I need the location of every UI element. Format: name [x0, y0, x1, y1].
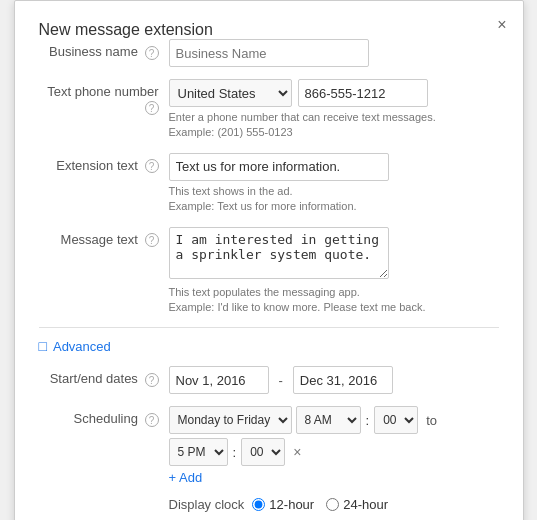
sched-to: to	[426, 413, 437, 428]
end-min-select[interactable]: 00 15 30 45	[241, 438, 285, 466]
phone-number-input[interactable]	[298, 79, 428, 107]
display-clock-label: Display clock	[169, 497, 245, 512]
advanced-toggle-icon: □	[39, 338, 47, 354]
business-name-label: Business name ?	[39, 39, 169, 60]
clock-12h-radio[interactable]	[252, 498, 265, 511]
text-phone-row: Text phone number ? United States Canada…	[39, 79, 499, 141]
start-end-dates-row: Start/end dates ? -	[39, 366, 499, 394]
dates-field: -	[169, 366, 499, 394]
extension-text-field: This text shows in the ad. Example: Text…	[169, 153, 499, 215]
scheduling-controls: Monday to Friday Every day Monday Tuesda…	[169, 406, 499, 466]
dialog-title: New message extension	[39, 21, 213, 38]
message-text-row: Message text ? I am interested in gettin…	[39, 227, 499, 316]
message-text-input[interactable]: I am interested in getting a sprinkler s…	[169, 227, 389, 279]
phone-hint: Enter a phone number that can receive te…	[169, 110, 499, 141]
business-name-input[interactable]	[169, 39, 369, 67]
close-button[interactable]: ×	[497, 17, 506, 33]
business-name-row: Business name ?	[39, 39, 499, 67]
message-hint: This text populates the messaging app. E…	[169, 285, 499, 316]
text-phone-field: United States Canada United Kingdom Ente…	[169, 79, 499, 141]
scheduling-help-icon[interactable]: ?	[145, 413, 159, 427]
clock-12h-radio-label[interactable]: 12-hour	[252, 497, 314, 512]
clock-24h-radio[interactable]	[326, 498, 339, 511]
start-min-select[interactable]: 00 15 30 45	[374, 406, 418, 434]
start-end-dates-label: Start/end dates ?	[39, 366, 169, 387]
end-colon: :	[233, 445, 237, 460]
start-date-input[interactable]	[169, 366, 269, 394]
message-text-field: I am interested in getting a sprinkler s…	[169, 227, 499, 316]
dates-help-icon[interactable]: ?	[145, 373, 159, 387]
end-date-input[interactable]	[293, 366, 393, 394]
extension-text-row: Extension text ? This text shows in the …	[39, 153, 499, 215]
display-clock-row: Display clock 12-hour 24-hour	[39, 497, 499, 512]
start-hour-select[interactable]: 8 AM 9 AM 10 AM 11 AM 12 PM	[296, 406, 361, 434]
text-phone-help-icon[interactable]: ?	[145, 101, 159, 115]
divider	[39, 327, 499, 328]
date-dash: -	[279, 373, 283, 388]
advanced-toggle[interactable]: □ Advanced	[39, 338, 499, 354]
new-message-extension-dialog: New message extension × Business name ? …	[14, 0, 524, 520]
clock-24h-radio-label[interactable]: 24-hour	[326, 497, 388, 512]
scheduling-row: Scheduling ? Monday to Friday Every day …	[39, 406, 499, 485]
advanced-label: Advanced	[53, 339, 111, 354]
text-phone-label: Text phone number ?	[39, 79, 169, 115]
scheduling-field: Monday to Friday Every day Monday Tuesda…	[169, 406, 499, 485]
country-select[interactable]: United States Canada United Kingdom	[169, 79, 292, 107]
extension-text-help-icon[interactable]: ?	[145, 159, 159, 173]
add-scheduling-link[interactable]: + Add	[169, 470, 203, 485]
message-text-help-icon[interactable]: ?	[145, 233, 159, 247]
phone-row: United States Canada United Kingdom	[169, 79, 499, 107]
extension-hint: This text shows in the ad. Example: Text…	[169, 184, 499, 215]
start-colon: :	[366, 413, 370, 428]
business-name-help-icon[interactable]: ?	[145, 46, 159, 60]
remove-scheduling-button[interactable]: ×	[293, 444, 301, 460]
scheduling-label: Scheduling ?	[39, 406, 169, 427]
day-select[interactable]: Monday to Friday Every day Monday Tuesda…	[169, 406, 292, 434]
message-text-label: Message text ?	[39, 227, 169, 248]
business-name-field	[169, 39, 499, 67]
end-hour-select[interactable]: 5 PM 6 PM 7 PM 8 PM	[169, 438, 228, 466]
extension-text-input[interactable]	[169, 153, 389, 181]
extension-text-label: Extension text ?	[39, 153, 169, 174]
